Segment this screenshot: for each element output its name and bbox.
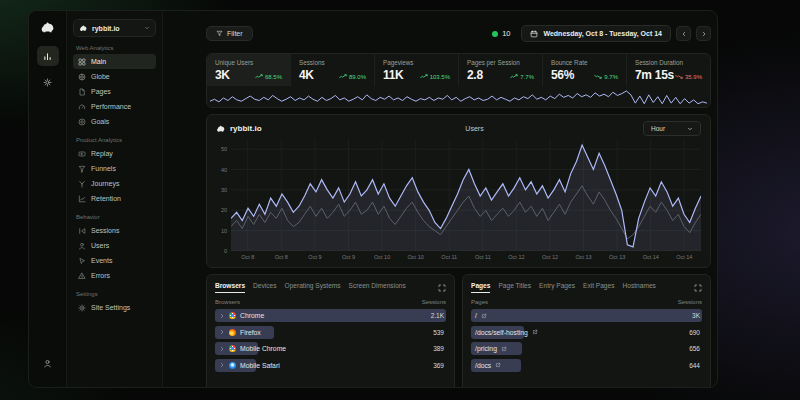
funnel-icon: [78, 165, 86, 173]
current-series-area: [231, 145, 701, 251]
overview-sparkline: [207, 86, 710, 107]
external-link-icon[interactable]: [495, 362, 501, 368]
column-sessions: Sessions: [422, 299, 446, 305]
stat-change: 7.7%: [510, 74, 534, 80]
x-tick: Oct 12: [500, 254, 534, 263]
tab-devices[interactable]: Devices: [253, 282, 276, 293]
column-name: Pages: [471, 299, 488, 305]
external-link-icon[interactable]: [532, 329, 538, 335]
desktop-background: rybbit.io Web Analytics Main Globe Pages…: [0, 0, 800, 400]
stat-change: 68.5%: [255, 74, 282, 80]
sidebar-item-users[interactable]: Users: [73, 238, 156, 253]
sidebar-item-globe[interactable]: Globe: [73, 69, 156, 84]
chart-title: Users: [306, 125, 643, 132]
sidebar-item-goals[interactable]: Goals: [73, 114, 156, 129]
stat-value: 7m 15s: [635, 68, 674, 82]
trend-down-icon: [675, 74, 683, 79]
stat-card-unique-users[interactable]: Unique Users 3K 68.5%: [207, 54, 291, 86]
x-tick: Oct 11: [432, 254, 466, 263]
row-value: 656: [689, 345, 702, 352]
trend-up-icon: [255, 74, 263, 79]
stat-change: 35.9%: [675, 74, 702, 80]
filter-button[interactable]: Filter: [206, 26, 253, 41]
gear-icon: [43, 78, 52, 87]
sidebar-item-label: Sessions: [91, 227, 119, 234]
table-row-pricing[interactable]: /pricing 656: [471, 342, 702, 355]
table-row-root[interactable]: / 3K: [471, 309, 702, 322]
chevron-right-icon[interactable]: [219, 313, 225, 319]
chart-body: 50 40 30 20 10 0: [216, 139, 701, 251]
sidebar-item-events[interactable]: Events: [73, 253, 156, 268]
table-row-mobile-chrome[interactable]: Mobile Chrome 389: [215, 342, 446, 355]
table-row-docs-self-hosting[interactable]: /docs/self-hosting 690: [471, 326, 702, 339]
stat-card-pages-per-session[interactable]: Pages per Session 2.8 7.7%: [459, 54, 543, 86]
stat-card-sessions[interactable]: Sessions 4K 89.0%: [291, 54, 375, 86]
retention-icon: [78, 195, 86, 203]
top-bar: Filter 10 Wednesday, Oct 8 - Tuesday, Oc…: [206, 23, 711, 44]
tab-operating-systems[interactable]: Operating Systems: [285, 282, 341, 293]
expand-button[interactable]: [438, 284, 446, 292]
organization-rail-button[interactable]: [37, 72, 59, 92]
replay-icon: [78, 150, 86, 158]
users-chart-panel: rybbit.io Users Hour 50 40 30 20 10 0: [206, 114, 711, 268]
x-axis: Oct 8 Oct 8 Oct 9 Oct 9 Oct 10 Oct 10 Oc…: [231, 254, 701, 263]
sidebar-item-journeys[interactable]: Journeys: [73, 176, 156, 191]
sidebar-item-funnels[interactable]: Funnels: [73, 161, 156, 176]
chart-header: rybbit.io Users Hour: [216, 121, 701, 136]
date-range-label: Wednesday, Oct 8 - Tuesday, Oct 14: [543, 30, 662, 37]
tab-page-titles[interactable]: Page Titles: [498, 282, 531, 293]
chart-site-name: rybbit.io: [230, 124, 262, 133]
tab-hostnames[interactable]: Hostnames: [623, 282, 656, 293]
account-rail-button[interactable]: [37, 353, 59, 373]
expand-button[interactable]: [694, 284, 702, 292]
globe-icon: [78, 73, 86, 81]
table-row-chrome[interactable]: Chrome 2.1K: [215, 309, 446, 322]
table-row-docs[interactable]: /docs 644: [471, 359, 702, 372]
date-range-picker[interactable]: Wednesday, Oct 8 - Tuesday, Oct 14: [521, 25, 671, 42]
external-link-icon[interactable]: [481, 313, 487, 319]
sidebar-item-site-settings[interactable]: Site Settings: [73, 300, 156, 315]
tab-pages[interactable]: Pages: [471, 282, 490, 293]
tab-screen-dimensions[interactable]: Screen Dimensions: [349, 282, 406, 293]
chevron-right-icon[interactable]: [219, 346, 225, 352]
stat-card-pageviews[interactable]: Pageviews 11K 103.5%: [375, 54, 459, 86]
prev-period-button[interactable]: [676, 26, 691, 41]
sidebar-item-replay[interactable]: Replay: [73, 146, 156, 161]
stat-label: Unique Users: [215, 59, 282, 66]
tab-exit-pages[interactable]: Exit Pages: [583, 282, 615, 293]
stat-value: 56%: [551, 68, 574, 82]
sidebar-item-label: Retention: [91, 195, 121, 202]
chevron-right-icon[interactable]: [219, 362, 225, 368]
users-line-chart[interactable]: [231, 139, 701, 251]
tab-entry-pages[interactable]: Entry Pages: [539, 282, 575, 293]
sidebar-item-label: Goals: [91, 118, 109, 125]
row-value: 539: [433, 329, 446, 336]
y-tick: 50: [221, 146, 227, 152]
table-row-mobile-safari[interactable]: Mobile Safari 369: [215, 359, 446, 372]
chevron-right-icon[interactable]: [219, 329, 225, 335]
row-value: 389: [433, 345, 446, 352]
next-period-button[interactable]: [696, 26, 711, 41]
sidebar-item-sessions[interactable]: Sessions: [73, 223, 156, 238]
sidebar-item-main[interactable]: Main: [73, 54, 156, 69]
y-tick: 20: [221, 207, 227, 213]
sidebar-item-pages[interactable]: Pages: [73, 84, 156, 99]
sidebar-item-retention[interactable]: Retention: [73, 191, 156, 206]
sidebar-item-performance[interactable]: Performance: [73, 99, 156, 114]
live-users[interactable]: 10: [492, 29, 510, 38]
x-tick: Oct 14: [634, 254, 668, 263]
interval-select[interactable]: Hour: [643, 121, 701, 136]
stat-card-bounce-rate[interactable]: Bounce Rate 56% 9.7%: [543, 54, 627, 86]
stat-label: Pages per Session: [467, 59, 534, 66]
external-link-icon[interactable]: [501, 346, 507, 352]
analytics-rail-button[interactable]: [37, 46, 59, 66]
tab-browsers[interactable]: Browsers: [215, 282, 245, 293]
stat-card-session-duration[interactable]: Session Duration 7m 15s 35.9%: [627, 54, 710, 86]
x-tick: Oct 13: [567, 254, 601, 263]
table-row-firefox[interactable]: Firefox 539: [215, 326, 446, 339]
expand-icon: [694, 284, 702, 292]
sidebar-item-errors[interactable]: Errors: [73, 268, 156, 283]
chrome-icon: [229, 312, 236, 319]
sidebar-item-label: Replay: [91, 150, 113, 157]
site-selector[interactable]: rybbit.io: [73, 19, 156, 37]
